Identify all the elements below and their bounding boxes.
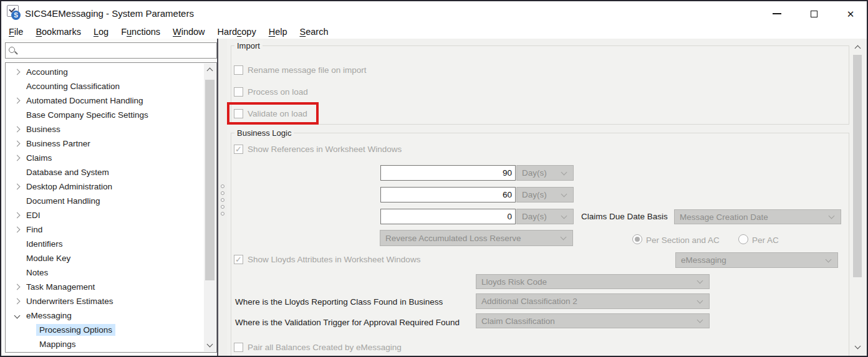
tree-item-label: Database and System <box>26 168 109 177</box>
app-window: S SICS4EMessaging - System Parameters ✕ … <box>0 0 868 357</box>
main-scrollbar-thumb[interactable] <box>853 55 862 277</box>
tree-item-label: Identifiers <box>26 239 63 249</box>
process-on-load-checkbox[interactable] <box>234 87 243 97</box>
tree-item-label: Business <box>26 125 60 134</box>
title-bar: S SICS4EMessaging - System Parameters ✕ <box>1 1 867 24</box>
tree-scrollbar-thumb[interactable] <box>205 80 215 280</box>
tree-item-edi[interactable]: EDI <box>6 208 204 222</box>
tree-item-label: Base Company Specific Settings <box>26 110 148 120</box>
menu-item-functions[interactable]: Functions <box>115 27 166 37</box>
days-input-3[interactable] <box>380 209 516 224</box>
tree-item-identifiers[interactable]: Identifiers <box>6 237 204 251</box>
chevron-right-icon[interactable] <box>12 285 22 289</box>
tree-item-find[interactable]: Find <box>6 222 204 237</box>
reporting-class-dropdown[interactable]: Additional Classification 2 <box>476 293 710 309</box>
tree-item-underwriters-estimates[interactable]: Underwriters Estimates <box>6 294 204 308</box>
tree-item-automated-document-handling[interactable]: Automated Document Handling <box>6 93 204 108</box>
chevron-right-icon[interactable] <box>12 299 22 303</box>
chevron-right-icon[interactable] <box>12 127 22 131</box>
tree-item-label: eMessaging <box>26 311 72 320</box>
rename-message-file-checkbox[interactable] <box>234 65 243 75</box>
tree-item-notes[interactable]: Notes <box>6 265 204 280</box>
tree-scroll-down-button[interactable] <box>204 339 216 351</box>
tree-item-label: Notes <box>26 268 48 277</box>
chevron-down-icon <box>829 213 835 219</box>
minimize-icon <box>773 13 781 14</box>
maximize-button[interactable] <box>804 6 824 21</box>
tree-item-task-management[interactable]: Task Management <box>6 280 204 294</box>
lloyds-risk-code-dropdown[interactable]: Lloyds Risk Code <box>476 274 710 289</box>
per-section-and-ac-radio[interactable] <box>632 234 642 244</box>
tree-item-database-and-system[interactable]: Database and System <box>6 165 204 179</box>
show-lloyds-attributes-checkbox[interactable]: ✓ <box>234 255 243 264</box>
chevron-down-icon <box>561 212 567 219</box>
chevron-right-icon[interactable] <box>12 70 22 74</box>
tree-item-base-company-specific-settings[interactable]: Base Company Specific Settings <box>6 108 204 122</box>
days-unit-dropdown-1[interactable]: Day(s) <box>516 165 574 181</box>
business-logic-group: Business Logic ✓ Show References in Work… <box>231 133 849 357</box>
module-dropdown[interactable]: eMessaging <box>675 252 838 268</box>
chevron-down-icon <box>697 278 703 284</box>
tree-scrollbar[interactable] <box>204 64 216 351</box>
chevron-right-icon[interactable] <box>12 98 22 103</box>
claims-due-date-basis-dropdown[interactable]: Message Creation Date <box>674 209 841 224</box>
days-input-1[interactable] <box>380 165 516 181</box>
chevron-right-icon[interactable] <box>12 141 22 146</box>
tree-item-processing-options[interactable]: Processing Options <box>6 323 204 337</box>
chevron-right-icon[interactable] <box>12 156 22 160</box>
menu-item-log[interactable]: Log <box>87 27 115 37</box>
menu-item-search[interactable]: Search <box>294 27 335 37</box>
splitter-grip-dot <box>221 205 224 209</box>
validation-trigger-dropdown[interactable]: Claim Classification <box>476 313 710 328</box>
validate-on-load-checkbox[interactable] <box>234 109 243 118</box>
tree-item-claims[interactable]: Claims <box>6 151 204 165</box>
tree-rows: AccountingAccounting ClassificationAutom… <box>6 65 204 351</box>
splitter-grip-dot <box>221 191 224 195</box>
chevron-down-icon <box>697 317 703 323</box>
minimize-button[interactable] <box>767 6 787 21</box>
close-icon: ✕ <box>847 9 855 19</box>
main-scroll-up-button[interactable] <box>852 41 863 54</box>
tree-item-business[interactable]: Business <box>6 122 204 136</box>
main-scroll-down-button[interactable] <box>852 341 863 353</box>
tree-item-label: Desktop Administration <box>26 182 112 191</box>
tree-item-desktop-administration[interactable]: Desktop Administration <box>6 179 204 194</box>
menu-item-help[interactable]: Help <box>263 27 294 37</box>
reporting-class-label: Where is the Lloyds Reporting Class Foun… <box>235 297 443 307</box>
menu-item-hardcopy[interactable]: Hardcopy <box>211 27 263 37</box>
days-unit-dropdown-2[interactable]: Day(s) <box>516 187 574 202</box>
menu-item-window[interactable]: Window <box>166 27 211 37</box>
tree-item-mappings[interactable]: Mappings <box>6 337 204 351</box>
pair-balances-checkbox[interactable] <box>234 343 243 352</box>
tree-scroll-up-button[interactable] <box>204 64 216 76</box>
splitter-grip-dot <box>221 198 224 202</box>
tree-item-accounting[interactable]: Accounting <box>6 65 204 79</box>
chevron-right-icon[interactable] <box>12 184 22 189</box>
chevron-right-icon[interactable] <box>12 227 22 232</box>
reserve-method-dropdown[interactable]: Reverse Accumulated Loss Reserve <box>380 230 573 246</box>
tree-item-business-partner[interactable]: Business Partner <box>6 136 204 151</box>
chevron-right-icon[interactable] <box>12 213 22 217</box>
main-scrollbar[interactable] <box>852 40 863 355</box>
close-button[interactable]: ✕ <box>841 6 861 21</box>
tree-item-label: EDI <box>26 211 41 220</box>
splitter-grip-dot <box>221 184 224 188</box>
tree-item-label: Module Key <box>26 254 70 263</box>
menu-item-file[interactable]: File <box>2 27 29 37</box>
menu-item-bookmarks[interactable]: Bookmarks <box>29 27 87 37</box>
tree-item-emessaging[interactable]: eMessaging <box>6 308 204 323</box>
show-references-checkbox[interactable]: ✓ <box>234 145 243 154</box>
chevron-down-icon <box>854 343 861 350</box>
tree-item-document-handling[interactable]: Document Handling <box>6 194 204 208</box>
days-input-2[interactable] <box>380 187 516 202</box>
days-unit-dropdown-3[interactable]: Day(s) <box>516 209 574 224</box>
chevron-down-icon[interactable] <box>12 313 22 318</box>
tree-item-module-key[interactable]: Module Key <box>6 251 204 265</box>
per-ac-radio[interactable] <box>738 234 748 244</box>
tree-item-label: Underwriters Estimates <box>26 297 113 306</box>
process-on-load-label: Process on load <box>248 87 308 97</box>
search-input[interactable] <box>6 43 216 58</box>
tree-item-accounting-classification[interactable]: Accounting Classification <box>6 79 204 93</box>
tree-item-label: Document Handling <box>26 196 100 206</box>
tree-search-box <box>5 42 217 59</box>
